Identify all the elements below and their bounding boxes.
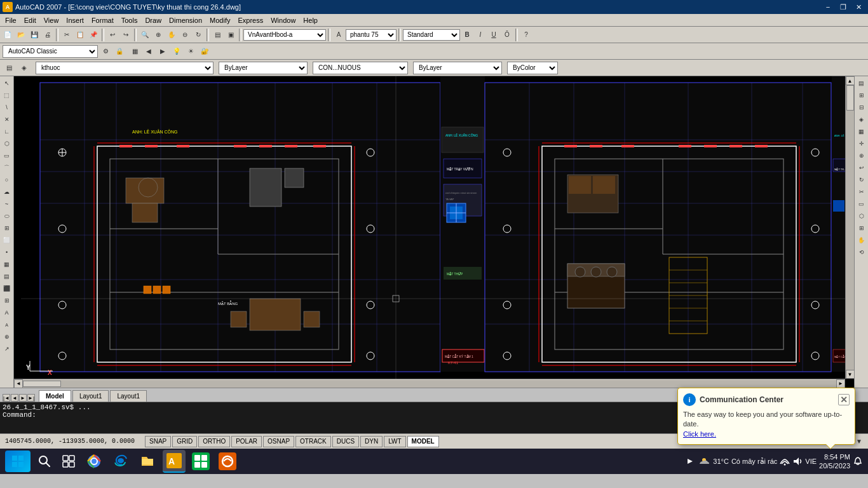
tab-layout1[interactable]: Layout1 [72, 390, 109, 402]
rp-btn-1[interactable]: ▤ [856, 78, 867, 89]
tb-layer-prev[interactable]: ◀ [142, 45, 155, 58]
tb-help[interactable]: ? [520, 29, 532, 41]
grid-button[interactable]: GRID [172, 436, 197, 447]
comm-center-link[interactable]: Click here. [683, 430, 716, 438]
menu-format[interactable]: Format [88, 15, 118, 25]
rp-btn-12[interactable]: ⬡ [856, 210, 867, 222]
tool-gradient[interactable]: ▤ [1, 271, 13, 282]
font-dropdown[interactable]: VnAvantHbod-a [243, 29, 326, 41]
notification-icon[interactable] [853, 456, 863, 466]
rp-btn-15[interactable]: ⟲ [856, 247, 867, 258]
menu-insert[interactable]: Insert [62, 15, 88, 25]
start-button[interactable] [5, 451, 31, 472]
style-dropdown[interactable]: Standard [403, 29, 460, 41]
tab-next-btn[interactable]: ► [19, 394, 27, 402]
scroll-right-btn[interactable]: ► [836, 379, 845, 388]
tool-region[interactable]: ⬛ [1, 283, 13, 294]
tool-arc[interactable]: ⌒ [1, 162, 13, 173]
ducs-button[interactable]: DUCS [332, 436, 359, 447]
tb-text-style[interactable]: A [332, 29, 345, 41]
tb-pan[interactable]: ✋ [165, 29, 178, 41]
tool-ellipse[interactable]: ⬭ [1, 210, 13, 222]
menu-draw[interactable]: Draw [141, 15, 165, 25]
otrack-button[interactable]: OTRACK [295, 436, 331, 447]
tb-open[interactable]: 📂 [15, 29, 27, 41]
tb-copy[interactable]: 📋 [74, 29, 86, 41]
model-button[interactable]: MODEL [407, 436, 439, 447]
volume-icon[interactable] [792, 456, 803, 466]
rp-btn-7[interactable]: ⊕ [856, 150, 867, 161]
rp-btn-6[interactable]: ✛ [856, 138, 867, 149]
tb-bold[interactable]: B [461, 29, 473, 41]
tab-model[interactable]: Model [39, 390, 71, 402]
tab-prev-btn[interactable]: ◄ [11, 394, 18, 402]
height-dropdown[interactable]: phantu 75 [346, 29, 397, 41]
tb-new[interactable]: 📄 [1, 29, 14, 41]
rp-btn-8[interactable]: ↩ [856, 162, 867, 173]
rp-btn-2[interactable]: ⊞ [856, 90, 867, 101]
menu-view[interactable]: View [40, 15, 63, 25]
tb-redo[interactable]: ↪ [119, 29, 132, 41]
task-view-button[interactable] [58, 451, 79, 471]
tool-text[interactable]: A [1, 319, 13, 330]
tool-pline[interactable]: ∟ [1, 126, 13, 137]
rp-btn-5[interactable]: ▦ [856, 126, 867, 137]
tb-workspace-lock[interactable]: 🔒 [113, 45, 126, 58]
menu-window[interactable]: Window [267, 15, 299, 25]
tb-layer-on[interactable]: 💡 [170, 45, 183, 58]
tb-italic[interactable]: I [474, 29, 487, 41]
menu-tools[interactable]: Tools [118, 15, 142, 25]
rp-btn-9[interactable]: ↻ [856, 174, 867, 186]
tb-layer-lock[interactable]: 🔐 [198, 45, 211, 58]
search-button[interactable] [34, 451, 55, 471]
tb-properties[interactable]: ▤ [211, 29, 224, 41]
tool-tolerance[interactable]: ⊕ [1, 331, 13, 342]
tool-rect[interactable]: ▭ [1, 150, 13, 161]
tab-layout1b[interactable]: Layout1 [110, 390, 147, 402]
layer-dropdown[interactable]: kthuoc [36, 62, 214, 74]
color-dropdown[interactable]: ByLayer [219, 62, 308, 74]
autocad-taskbar-app[interactable]: A [163, 450, 186, 473]
language-indicator[interactable]: VIE [805, 458, 817, 465]
tool-point[interactable]: • [1, 247, 13, 258]
tool-spline[interactable]: ~ [1, 198, 13, 210]
menu-edit[interactable]: Edit [20, 15, 40, 25]
tool-line[interactable]: \ [1, 102, 13, 113]
tool-revision-cloud[interactable]: ☁ [1, 186, 13, 198]
rp-btn-4[interactable]: ◈ [856, 114, 867, 125]
menu-modify[interactable]: Modify [206, 15, 234, 25]
tool-hatch[interactable]: ▦ [1, 259, 13, 270]
tb-overline[interactable]: Ō [501, 29, 513, 41]
vertical-scrollbar[interactable]: ▲ ▼ [845, 76, 854, 379]
menu-file[interactable]: File [1, 15, 20, 25]
tb-layer-states[interactable]: ◈ [18, 62, 31, 74]
tool-circle[interactable]: ○ [1, 174, 13, 186]
rp-btn-3[interactable]: ⊟ [856, 102, 867, 113]
tb-layer-freeze[interactable]: ☀ [184, 45, 197, 58]
tb-print[interactable]: 🖨 [41, 29, 54, 41]
tb-cut[interactable]: ✂ [60, 29, 73, 41]
tb-match[interactable]: ▣ [224, 29, 237, 41]
tb-save[interactable]: 💾 [28, 29, 41, 41]
rp-btn-13[interactable]: ⊞ [856, 222, 867, 234]
tool-insert[interactable]: ⊞ [1, 222, 13, 234]
polar-button[interactable]: POLAR [231, 436, 262, 447]
tb-viewport[interactable]: ▦ [128, 45, 141, 58]
tab-first-btn[interactable]: |◄ [3, 394, 10, 402]
tool-mtext[interactable]: A [1, 307, 13, 318]
tb-paste[interactable]: 📌 [87, 29, 100, 41]
comm-center-close-button[interactable]: ✕ [838, 394, 850, 405]
tb-3d-orbit[interactable]: ↻ [192, 29, 205, 41]
rp-btn-11[interactable]: ▭ [856, 198, 867, 210]
rp-btn-10[interactable]: ✂ [856, 186, 867, 198]
tool-block[interactable]: ⬜ [1, 234, 13, 246]
green-app[interactable] [189, 450, 212, 473]
minimize-button[interactable]: − [821, 2, 835, 12]
tool-pointer[interactable]: ↖ [1, 78, 13, 89]
files-app[interactable] [136, 450, 159, 473]
tab-last-btn[interactable]: ►| [27, 394, 35, 402]
network-icon[interactable] [780, 456, 790, 466]
dyn-button[interactable]: DYN [360, 436, 383, 447]
orange-app[interactable] [216, 450, 239, 473]
show-hidden-icons-button[interactable] [685, 456, 695, 466]
